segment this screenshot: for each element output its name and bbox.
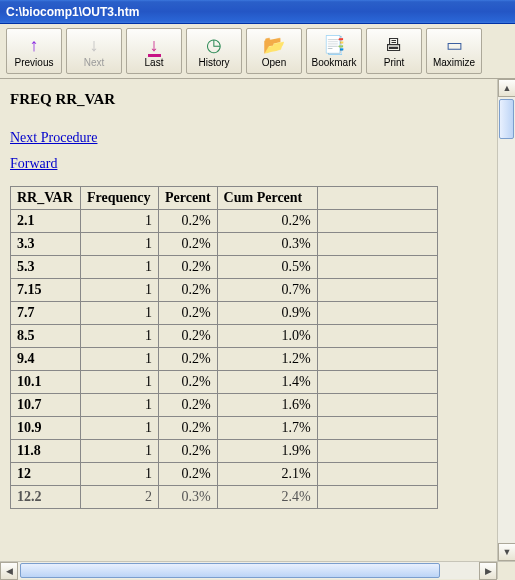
cell-rr-var: 7.15 (11, 279, 81, 302)
cell-frequency: 2 (81, 486, 159, 509)
horizontal-scrollbar[interactable]: ◀ ▶ (0, 561, 497, 579)
scroll-h-track[interactable] (18, 562, 479, 579)
cell-cum-percent: 0.3% (217, 233, 317, 256)
scroll-v-thumb[interactable] (499, 99, 514, 139)
table-row: 10.110.2%1.4% (11, 371, 438, 394)
next-procedure-link[interactable]: Next Procedure (10, 130, 97, 146)
history-button[interactable]: ◷History (186, 28, 242, 74)
cell-percent: 0.2% (159, 440, 218, 463)
col-frequency: Frequency (81, 187, 159, 210)
col-blank (317, 187, 437, 210)
next-label: Next (84, 57, 105, 68)
cell-percent: 0.2% (159, 279, 218, 302)
cell-frequency: 1 (81, 302, 159, 325)
cell-blank (317, 348, 437, 371)
cell-blank (317, 394, 437, 417)
open-icon: 📂 (263, 34, 285, 56)
cell-frequency: 1 (81, 371, 159, 394)
cell-frequency: 1 (81, 348, 159, 371)
table-row: 10.710.2%1.6% (11, 394, 438, 417)
cell-rr-var: 10.7 (11, 394, 81, 417)
cell-cum-percent: 2.4% (217, 486, 317, 509)
bookmark-icon: 📑 (323, 34, 345, 56)
history-label: History (198, 57, 229, 68)
cell-cum-percent: 1.6% (217, 394, 317, 417)
cell-percent: 0.3% (159, 486, 218, 509)
table-row: 9.410.2%1.2% (11, 348, 438, 371)
previous-label: Previous (15, 57, 54, 68)
last-icon: ↓ (150, 34, 159, 56)
cell-frequency: 1 (81, 325, 159, 348)
print-icon: 🖶 (385, 34, 403, 56)
cell-percent: 0.2% (159, 348, 218, 371)
cell-rr-var: 12.2 (11, 486, 81, 509)
table-row: 5.310.2%0.5% (11, 256, 438, 279)
cell-cum-percent: 0.9% (217, 302, 317, 325)
table-row: 7.1510.2%0.7% (11, 279, 438, 302)
cell-frequency: 1 (81, 417, 159, 440)
scroll-up-button[interactable]: ▲ (498, 79, 515, 97)
cell-frequency: 1 (81, 210, 159, 233)
open-button[interactable]: 📂Open (246, 28, 302, 74)
cell-blank (317, 440, 437, 463)
cell-blank (317, 417, 437, 440)
window-title: C:\biocomp1\OUT3.htm (6, 5, 139, 19)
cell-rr-var: 3.3 (11, 233, 81, 256)
cell-frequency: 1 (81, 256, 159, 279)
cell-rr-var: 12 (11, 463, 81, 486)
table-row: 12.220.3%2.4% (11, 486, 438, 509)
cell-frequency: 1 (81, 463, 159, 486)
vertical-scrollbar[interactable]: ▲ ▼ (497, 79, 515, 561)
cell-cum-percent: 0.2% (217, 210, 317, 233)
scroll-h-thumb[interactable] (20, 563, 440, 578)
cell-cum-percent: 1.4% (217, 371, 317, 394)
scroll-left-button[interactable]: ◀ (0, 562, 18, 580)
print-label: Print (384, 57, 405, 68)
print-button[interactable]: 🖶Print (366, 28, 422, 74)
cell-blank (317, 210, 437, 233)
open-label: Open (262, 57, 286, 68)
bookmark-button[interactable]: 📑Bookmark (306, 28, 362, 74)
frequency-table: RR_VAR Frequency Percent Cum Percent 2.1… (10, 186, 438, 509)
last-button[interactable]: ↓Last (126, 28, 182, 74)
maximize-label: Maximize (433, 57, 475, 68)
cell-blank (317, 302, 437, 325)
scroll-v-track[interactable] (498, 97, 515, 543)
forward-link[interactable]: Forward (10, 156, 57, 172)
col-cum-percent: Cum Percent (217, 187, 317, 210)
cell-frequency: 1 (81, 279, 159, 302)
content-area: FREQ RR_VAR Next Procedure Forward RR_VA… (0, 79, 515, 579)
cell-blank (317, 371, 437, 394)
cell-cum-percent: 0.5% (217, 256, 317, 279)
table-row: 7.710.2%0.9% (11, 302, 438, 325)
cell-rr-var: 11.8 (11, 440, 81, 463)
cell-percent: 0.2% (159, 302, 218, 325)
cell-percent: 0.2% (159, 371, 218, 394)
cell-blank (317, 233, 437, 256)
cell-frequency: 1 (81, 440, 159, 463)
next-button: ↓Next (66, 28, 122, 74)
last-label: Last (145, 57, 164, 68)
maximize-icon: ▭ (446, 34, 463, 56)
cell-blank (317, 279, 437, 302)
col-rr-var: RR_VAR (11, 187, 81, 210)
scroll-down-button[interactable]: ▼ (498, 543, 515, 561)
cell-percent: 0.2% (159, 233, 218, 256)
cell-percent: 0.2% (159, 325, 218, 348)
scroll-right-button[interactable]: ▶ (479, 562, 497, 580)
cell-rr-var: 10.9 (11, 417, 81, 440)
cell-percent: 0.2% (159, 256, 218, 279)
table-row: 3.310.2%0.3% (11, 233, 438, 256)
col-percent: Percent (159, 187, 218, 210)
previous-button[interactable]: ↑Previous (6, 28, 62, 74)
cell-percent: 0.2% (159, 417, 218, 440)
table-row: 2.110.2%0.2% (11, 210, 438, 233)
page-title: FREQ RR_VAR (10, 91, 487, 108)
table-row: 10.910.2%1.7% (11, 417, 438, 440)
cell-cum-percent: 1.2% (217, 348, 317, 371)
document-page: FREQ RR_VAR Next Procedure Forward RR_VA… (0, 79, 497, 561)
maximize-button[interactable]: ▭Maximize (426, 28, 482, 74)
cell-frequency: 1 (81, 394, 159, 417)
cell-rr-var: 7.7 (11, 302, 81, 325)
bookmark-label: Bookmark (311, 57, 356, 68)
